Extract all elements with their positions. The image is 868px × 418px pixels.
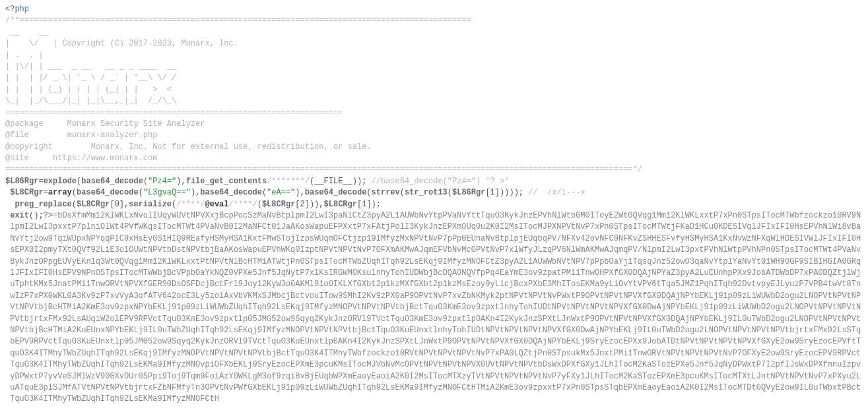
code-line-4-encoded: exit();?>=bDsXfmMm12KlWKLxNvolIUqyWUVtNP…: [5, 210, 863, 405]
encoded-payload: =bDsXfmMm12KlWKLxNvolIUqyWUVtNPVXxjBcpPo…: [10, 211, 861, 403]
php-open-tag: <?php: [5, 5, 29, 14]
ascii-art-line: | | | |/ _ \| '_ \ / _` | '__\ \/ /: [5, 73, 863, 84]
ascii-art-line: | . . |: [5, 50, 863, 61]
comment-block-close: ========================================…: [5, 164, 863, 175]
code-line-2: $L8CRgr=array(base64_decode("L3gvaQ=="),…: [5, 187, 863, 198]
meta-site: @site https://www.monarx.com: [5, 153, 863, 164]
ascii-art-line: | |\/| | ___ _ __ __ _ _ ____ __: [5, 61, 863, 73]
ascii-art-line: | | | | (_) | | | | (_| | | > <: [5, 84, 863, 96]
meta-package: @package Monarx Security Site Analyzer: [5, 119, 863, 130]
separator-line: ========================================…: [5, 107, 863, 119]
meta-file: @file monarx-analyzer.php: [5, 130, 863, 141]
code-line-3: preg_replace($L8CRgr[0],serialize(/****/…: [5, 199, 863, 210]
ascii-art-line: __ __: [5, 27, 863, 38]
comment-block-open: /**=====================================…: [5, 15, 863, 26]
ascii-art-line: | \/ | Copyright (C) 2017-2023, Monarx, …: [5, 38, 863, 49]
ascii-art-line: \_| |_/\___/|_| |_|\__,_|_| /_/\_\: [5, 96, 863, 107]
meta-copyright: @copyright Monarx, Inc. Not for external…: [5, 142, 863, 153]
code-line-1: $L86Rgr=explode(base64_decode("Pz4="),fi…: [5, 176, 863, 187]
